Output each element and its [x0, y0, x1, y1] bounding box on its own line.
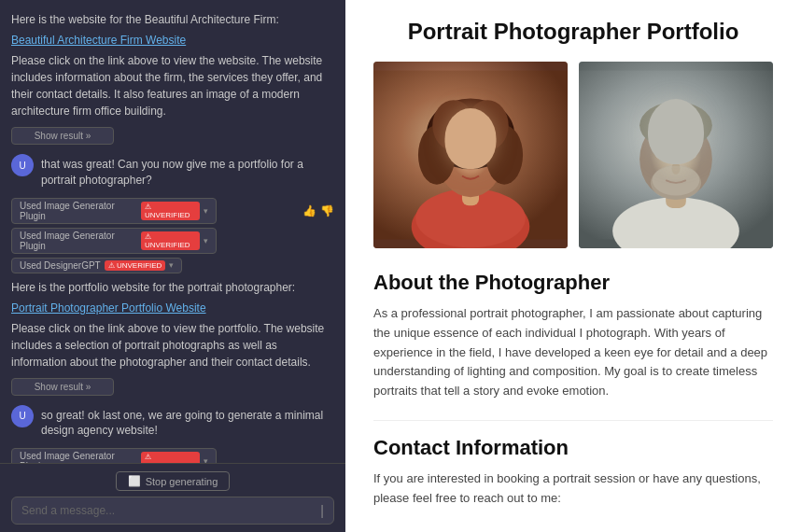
chat-input[interactable]	[21, 504, 320, 517]
svg-point-19	[639, 102, 712, 149]
user-portrait-text: that was great! Can you now give me a po…	[41, 154, 334, 189]
portrait-response-block: Used Image Generator Plugin ⚠ UNVERIFIED…	[11, 198, 334, 396]
svg-point-22	[682, 150, 696, 159]
man-portrait-svg	[579, 62, 773, 248]
contact-title: Contact Information	[373, 436, 773, 460]
portfolio-preview: Portrait Photographer Portfolio	[345, 0, 801, 532]
svg-point-11	[476, 154, 488, 161]
plugin-badge-image-gen-1[interactable]: Used Image Generator Plugin ⚠ UNVERIFIED…	[11, 198, 217, 224]
dropdown-arrow-4[interactable]: ▾	[204, 456, 208, 463]
stop-label: Stop generating	[146, 476, 218, 487]
portrait-photo-man	[579, 62, 773, 248]
chat-footer: ⬜ Stop generating |	[0, 463, 345, 532]
portrait-desc-text: Please click on the link above to view t…	[11, 318, 334, 372]
plugin-label-4: Used Image Generator Plugin	[20, 451, 137, 463]
svg-point-21	[655, 150, 668, 159]
plugin-badge-designergpt[interactable]: Used DesignerGPT ⚠ UNVERIFIED ▾	[11, 258, 182, 273]
svg-point-23	[658, 152, 667, 158]
email-value: photographer@email.com	[414, 529, 554, 532]
email-item: Email: photographer@email.com	[373, 527, 773, 532]
chat-input-row: |	[11, 497, 334, 525]
about-text: As a professional portrait photographer,…	[373, 304, 773, 401]
stop-generating-area: ⬜ Stop generating	[11, 471, 334, 491]
svg-point-14	[467, 163, 473, 172]
thumbs-up-button[interactable]: 👍	[302, 204, 316, 217]
cursor-icon: |	[320, 503, 324, 518]
plugin-badge-row-2: Used Image Generator Plugin ⚠ UNVERIFIED…	[11, 228, 334, 254]
unverified-badge-4: ⚠ UNVERIFIED	[141, 452, 200, 463]
stop-icon: ⬜	[128, 475, 141, 487]
chat-messages: Here is the website for the Beautiful Ar…	[0, 0, 345, 463]
stop-generating-button[interactable]: ⬜ Stop generating	[116, 471, 231, 491]
plugin-badge-row-3: Used DesignerGPT ⚠ UNVERIFIED ▾	[11, 258, 334, 273]
arch-intro-text: Here is the website for the Beautiful Ar…	[11, 9, 334, 30]
unverified-badge-3: ⚠ UNVERIFIED	[105, 260, 166, 271]
user-portrait-message: U that was great! Can you now give me a …	[11, 154, 334, 189]
svg-point-10	[453, 154, 465, 161]
user-avatar: U	[11, 154, 34, 176]
woman-portrait-svg	[373, 62, 568, 248]
divider	[373, 420, 773, 421]
contact-intro: If you are interested in booking a portr…	[373, 469, 773, 509]
unverified-badge-2: ⚠ UNVERIFIED	[141, 231, 200, 250]
user-avatar-2: U	[11, 405, 34, 427]
like-buttons: 👍 👎	[302, 204, 334, 217]
portrait-show-result-button[interactable]: Show result »	[11, 378, 114, 396]
portfolio-title: Portrait Photographer Portfolio	[373, 19, 773, 45]
email-label: Email:	[373, 529, 410, 532]
arch-link[interactable]: Beautiful Architecture Firm Website	[11, 34, 334, 47]
svg-point-9	[466, 100, 508, 150]
portrait-intro-text: Here is the portfolio website for the po…	[11, 277, 334, 298]
contact-details: Email: photographer@email.com Phone: +1 …	[373, 527, 773, 532]
svg-point-24	[685, 152, 694, 158]
svg-point-8	[432, 100, 474, 150]
unverified-badge-1: ⚠ UNVERIFIED	[141, 202, 200, 220]
dropdown-arrow-1[interactable]: ▾	[204, 206, 208, 216]
portrait-link[interactable]: Portrait Photographer Portfolio Website	[11, 301, 334, 315]
arch-desc-text: Please click on the link above to view t…	[11, 50, 334, 121]
chat-panel: Here is the website for the Beautiful Ar…	[0, 0, 345, 532]
user-design-message: U so great! ok last one, we are going to…	[11, 405, 334, 440]
plugin-badge-image-gen-2[interactable]: Used Image Generator Plugin ⚠ UNVERIFIED…	[11, 228, 217, 254]
dropdown-arrow-2[interactable]: ▾	[204, 236, 208, 245]
arch-show-result-button[interactable]: Show result »	[11, 127, 114, 145]
design-response-block: Used Image Generator Plugin ⚠ UNVERIFIED…	[11, 448, 334, 463]
svg-point-26	[651, 166, 701, 200]
photos-row	[373, 62, 773, 248]
about-title: About the Photographer	[373, 271, 773, 295]
svg-point-13	[479, 155, 485, 160]
dropdown-arrow-3[interactable]: ▾	[169, 260, 174, 270]
plugin-label-3: Used DesignerGPT	[20, 260, 101, 271]
plugin-label-1: Used Image Generator Plugin	[20, 201, 137, 221]
user-design-text: so great! ok last one, we are going to g…	[41, 405, 334, 440]
thumbs-down-button[interactable]: 👎	[320, 204, 334, 217]
plugin-badge-row-1: Used Image Generator Plugin ⚠ UNVERIFIED…	[11, 198, 334, 224]
plugin-badge-image-gen-3[interactable]: Used Image Generator Plugin ⚠ UNVERIFIED…	[11, 448, 217, 463]
design-plugin-row-1: Used Image Generator Plugin ⚠ UNVERIFIED…	[11, 448, 334, 463]
plugin-label-2: Used Image Generator Plugin	[20, 231, 137, 251]
arch-response-block: Here is the website for the Beautiful Ar…	[11, 9, 334, 145]
svg-point-12	[456, 155, 462, 160]
portrait-photo-woman	[373, 62, 568, 248]
